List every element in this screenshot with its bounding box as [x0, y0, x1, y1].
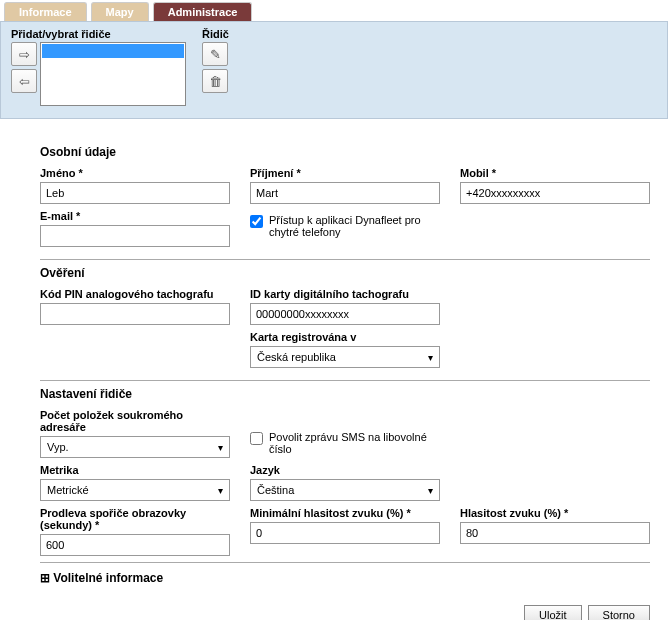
optional-info-expander[interactable]: ⊞ Volitelné informace [40, 562, 650, 585]
trash-icon: 🗑 [209, 74, 222, 89]
screensaver-input[interactable] [40, 534, 230, 556]
tab-administrace[interactable]: Administrace [153, 2, 253, 21]
surname-label: Příjmení * [250, 167, 440, 179]
name-label: Jméno * [40, 167, 230, 179]
section-driver-settings-title: Nastavení řidiče [40, 387, 650, 401]
allow-sms-checkbox[interactable] [250, 432, 263, 445]
card-id-input[interactable] [250, 303, 440, 325]
top-panel: Přidat/vybrat řidiče ⇨ ⇦ Řidič ✎ 🗑 [0, 21, 668, 119]
expand-icon: ⊞ [40, 571, 50, 585]
save-button[interactable]: Uložit [524, 605, 582, 620]
lang-select[interactable]: Čeština [250, 479, 440, 501]
private-addr-select[interactable]: Vyp. [40, 436, 230, 458]
delete-driver-button[interactable]: 🗑 [202, 69, 228, 93]
private-addr-value: Vyp. [47, 441, 69, 453]
form-area: Osobní údaje Jméno * Příjmení * Mobil * … [0, 119, 668, 595]
metric-select[interactable]: Metrické [40, 479, 230, 501]
screensaver-label: Prodleva spořiče obrazovky (sekundy) * [40, 507, 230, 531]
min-vol-label: Minimální hlasitost zvuku (%) * [250, 507, 440, 519]
metric-value: Metrické [47, 484, 89, 496]
card-reg-label: Karta registrována v [250, 331, 440, 343]
arrow-left-button[interactable]: ⇦ [11, 69, 37, 93]
metric-label: Metrika [40, 464, 230, 476]
driver-listbox[interactable] [40, 42, 186, 106]
vol-input[interactable] [460, 522, 650, 544]
mobile-input[interactable] [460, 182, 650, 204]
pin-label: Kód PIN analogového tachografu [40, 288, 230, 300]
lang-label: Jazyk [250, 464, 440, 476]
pin-input[interactable] [40, 303, 230, 325]
card-reg-value: Česká republika [257, 351, 336, 363]
driver-list-item-selected[interactable] [42, 44, 184, 58]
private-addr-label: Počet položek soukromého adresáře [40, 409, 230, 433]
section-verification-title: Ověření [40, 266, 650, 280]
tab-mapy[interactable]: Mapy [91, 2, 149, 21]
mobile-label: Mobil * [460, 167, 650, 179]
edit-driver-button[interactable]: ✎ [202, 42, 228, 66]
card-id-label: ID karty digitálního tachografu [250, 288, 440, 300]
add-select-driver-label: Přidat/vybrat řidiče [11, 28, 186, 40]
email-input[interactable] [40, 225, 230, 247]
tab-bar: Informace Mapy Administrace [0, 0, 668, 21]
optional-info-label: Volitelné informace [53, 571, 163, 585]
tab-informace[interactable]: Informace [4, 2, 87, 21]
min-vol-input[interactable] [250, 522, 440, 544]
card-reg-select[interactable]: Česká republika [250, 346, 440, 368]
pencil-icon: ✎ [210, 47, 221, 62]
arrow-right-icon: ⇨ [19, 47, 30, 62]
section-personal-title: Osobní údaje [40, 145, 650, 159]
cancel-button[interactable]: Storno [588, 605, 650, 620]
surname-input[interactable] [250, 182, 440, 204]
driver-column-label: Řidič [202, 28, 229, 40]
arrow-right-button[interactable]: ⇨ [11, 42, 37, 66]
allow-sms-label: Povolit zprávu SMS na libovolné číslo [269, 431, 440, 455]
smartphone-access-checkbox[interactable] [250, 215, 263, 228]
smartphone-access-label: Přístup k aplikaci Dynafleet pro chytré … [269, 214, 440, 238]
vol-label: Hlasitost zvuku (%) * [460, 507, 650, 519]
arrow-left-icon: ⇦ [19, 74, 30, 89]
footer: Uložit Storno [0, 595, 668, 620]
name-input[interactable] [40, 182, 230, 204]
lang-value: Čeština [257, 484, 294, 496]
email-label: E-mail * [40, 210, 230, 222]
